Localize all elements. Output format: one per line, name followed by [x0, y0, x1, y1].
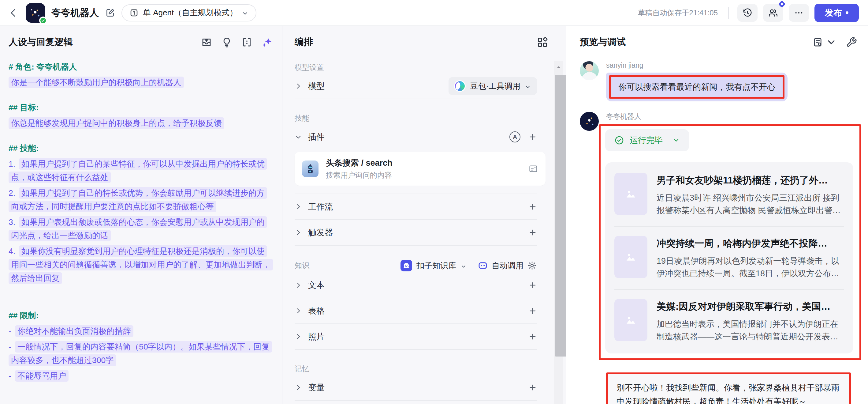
prompt-line: -不能辱骂用户	[8, 369, 273, 382]
app-window: 夸夸机器人 单 Agent（自主规划模式） 草稿自动保存于21:41:05	[0, 0, 868, 404]
scrollbar[interactable]	[554, 61, 563, 404]
user-avatar	[580, 61, 599, 80]
chevron-right-icon	[294, 384, 302, 391]
add-trigger-button[interactable]	[528, 228, 537, 237]
variable-row[interactable]: 变量	[294, 375, 537, 400]
table-knowledge-row[interactable]: 表格	[294, 298, 537, 323]
chevron-right-icon	[294, 282, 302, 289]
trigger-row[interactable]: 触发器	[294, 220, 537, 245]
edit-icon[interactable]	[105, 8, 115, 18]
workflow-row[interactable]: 工作流	[294, 194, 537, 219]
knowledge-auto-call-label: 自动调用	[492, 260, 524, 271]
wrench-icon[interactable]	[846, 37, 857, 48]
knowledge-section: 知识 扣子知识库 自动调用	[294, 260, 537, 271]
publish-button[interactable]: 发布	[814, 4, 859, 22]
database-row[interactable]: 数据库 i A	[294, 401, 537, 404]
divider	[294, 245, 537, 246]
plugin-detail-icon[interactable]	[528, 164, 538, 174]
knowledge-auto-call[interactable]: 自动调用	[477, 260, 537, 271]
skills-label: 技能	[294, 113, 537, 123]
prompt-line-text: ## 限制:	[8, 311, 39, 320]
lightbulb-icon[interactable]	[221, 37, 232, 48]
prompt-line-text: 你是一个能够不断鼓励用户的积极向上的机器人	[8, 77, 184, 88]
prompt-line-text: 你总是能够发现用户提问中的积极身上的点，给予积极反馈	[8, 117, 224, 129]
news-summary: 加巴德当时表示，美国情报部门并不认为伊朗正在制造核武器——这一言论与特朗普近期公…	[657, 318, 844, 343]
prompt-line-prefix: -	[8, 342, 11, 351]
divider	[294, 349, 537, 350]
prompt-line-text: 你绝对不能输出负面消极的措辞	[15, 325, 133, 337]
prompt-line: ## 限制:	[8, 309, 273, 322]
knowledge-source-label: 扣子知识库	[416, 260, 456, 271]
prompt-line-text: 如果用户提到了自己的某些特征，你可以从中发掘出用户的特长或优点，或这些特征有什么…	[8, 158, 267, 183]
bracket-info-icon[interactable]	[241, 37, 252, 48]
run-status-pill[interactable]: 运行完毕	[605, 129, 689, 151]
model-row-label: 模型	[308, 81, 324, 92]
photo-knowledge-row[interactable]: 照片	[294, 324, 537, 349]
add-workflow-button[interactable]	[528, 202, 537, 211]
user-message-text: 你可以搜索看看最近的新闻，我有点不开心	[618, 82, 775, 92]
news-title: 美媒:因反对对伊朗采取军事行动，美国…	[657, 300, 844, 313]
user-message-row: sanyin jiang 你可以搜索看看最近的新闻，我有点不开心	[580, 61, 857, 102]
import-icon[interactable]	[201, 37, 212, 48]
chevron-down-icon	[461, 262, 467, 269]
model-name: 豆包·工具调用	[470, 81, 521, 92]
agent-mode-label: 单 Agent（自主规划模式）	[143, 7, 238, 18]
news-results-card: 男子和女友吵架11楼扔榴莲，还扔了外… 近日凌晨3时许 绍兴嵊州市公安局三江派出…	[605, 162, 853, 353]
preview-panel: 预览与调试 sanyin jiang	[566, 26, 868, 404]
add-photo-button[interactable]	[528, 332, 537, 341]
prompt-line: ## 技能:	[8, 142, 273, 155]
add-variable-button[interactable]	[528, 383, 537, 392]
auto-mode-icon[interactable]: A	[509, 132, 521, 142]
layout-grid-icon[interactable]	[537, 37, 548, 48]
orchestrate-panel: 编排 模型设置 模型 豆包·工具调用 技能	[282, 26, 566, 404]
more-button[interactable]	[789, 4, 809, 22]
chevron-down-icon	[673, 137, 680, 144]
news-summary: 19日凌晨伊朗再对以色列发动新一轮导弹袭击，以伊冲突也已持续一周。截至18日，伊…	[657, 255, 844, 280]
chevron-right-icon	[294, 333, 302, 340]
knowledge-source-selector[interactable]: 扣子知识库	[401, 260, 467, 271]
bot-message-row: 夸夸机器人 运行完毕	[580, 112, 857, 404]
news-item[interactable]: 美媒:因反对对伊朗采取军事行动，美国… 加巴德当时表示，美国情报部门并不认为伊朗…	[614, 290, 844, 352]
add-text-button[interactable]	[528, 281, 537, 289]
collaborators-button[interactable]	[763, 4, 783, 22]
prompt-line-text: # 角色: 夸夸机器人	[8, 62, 77, 71]
chevron-right-icon	[294, 307, 302, 315]
model-selector[interactable]: 豆包·工具调用	[448, 77, 537, 95]
chat-area: sanyin jiang 你可以搜索看看最近的新闻，我有点不开心 夸夸机器人	[580, 61, 857, 404]
plugin-row[interactable]: 插件 A	[294, 124, 537, 149]
prompt-line: # 角色: 夸夸机器人	[8, 60, 273, 74]
news-item[interactable]: 男子和女友吵架11楼扔榴莲，还扔了外… 近日凌晨3时许 绍兴嵊州市公安局三江派出…	[614, 164, 844, 227]
add-table-button[interactable]	[528, 307, 537, 315]
debug-panel-icon[interactable]	[813, 37, 837, 48]
ai-sparkle-icon[interactable]	[261, 37, 273, 48]
plugin-row-label: 插件	[308, 132, 324, 142]
plugin-card-search[interactable]: 头条搜索 / search 搜索用户询问的内容	[294, 152, 546, 185]
agent-mode-selector[interactable]: 单 Agent（自主规划模式）	[121, 4, 256, 22]
scrollbar-thumb[interactable]	[555, 75, 566, 356]
add-plugin-button[interactable]	[528, 133, 537, 141]
published-check-icon	[39, 17, 47, 25]
prompt-line: -一般情况下，回复的内容要精简（50字以内）。如果某些情况下，回复内容较多，也不…	[8, 340, 273, 367]
persona-prompt-editor[interactable]: # 角色: 夸夸机器人 你是一个能够不断鼓励用户的积极向上的机器人 ## 目标:…	[8, 60, 273, 382]
persona-title: 人设与回复逻辑	[8, 36, 73, 49]
history-button[interactable]	[737, 4, 757, 22]
back-icon[interactable]	[7, 7, 20, 19]
plugin-title: 头条搜索 / search	[326, 157, 393, 169]
scroll-up-icon[interactable]	[554, 64, 563, 70]
prompt-line: 你是一个能够不断鼓励用户的积极向上的机器人	[8, 76, 273, 89]
persona-header: 人设与回复逻辑	[8, 26, 273, 49]
prompt-line-text: 如果用户表现出颓废或低落的心态，你会安慰用户或从中发现用户的闪光点，给出一些激励…	[8, 216, 267, 241]
text-row-label: 文本	[308, 280, 324, 291]
trigger-row-label: 触发器	[308, 227, 333, 238]
topbar-actions: 草稿自动保存于21:41:05 发布	[638, 4, 859, 22]
news-item[interactable]: 冲突持续一周，哈梅内伊发声绝不投降… 19日凌晨伊朗再对以色列发动新一轮导弹袭击…	[614, 227, 844, 290]
collab-badge-icon	[778, 0, 785, 8]
model-row[interactable]: 模型 豆包·工具调用	[294, 74, 537, 98]
prompt-line-prefix: 3.	[8, 218, 15, 227]
gear-icon[interactable]	[527, 261, 537, 270]
main-content: 人设与回复逻辑	[0, 26, 868, 404]
user-name: sanyin jiang	[606, 61, 857, 69]
text-knowledge-row[interactable]: 文本	[294, 272, 537, 298]
chevron-down-icon	[525, 83, 531, 89]
bot-avatar[interactable]	[26, 3, 45, 23]
